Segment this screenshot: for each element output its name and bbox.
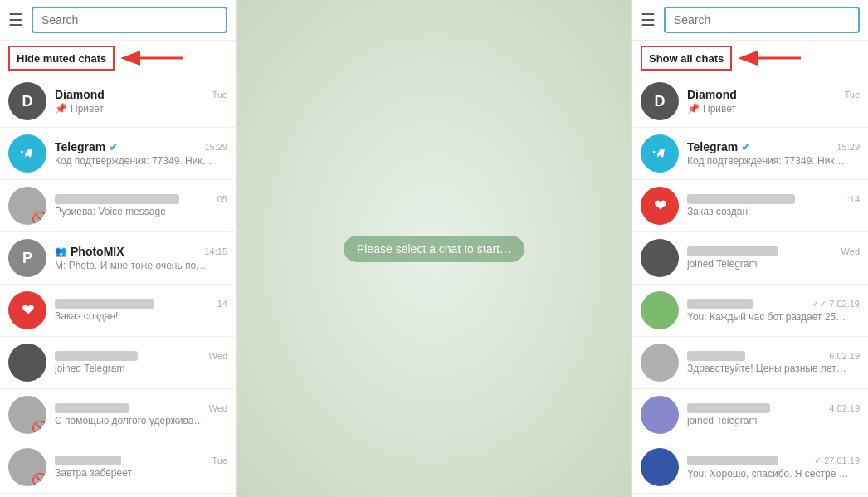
group-icon: 👥	[55, 246, 67, 257]
chat-time: 6.02.19	[829, 351, 860, 361]
right-panel: ☰ Show all chats DDiamondTue📌ПриветTeleg…	[631, 0, 868, 497]
red-arrow-right	[739, 48, 805, 68]
chat-time: Tue	[844, 90, 860, 100]
chat-name	[55, 299, 154, 309]
chat-info: DiamondTue📌Привет	[55, 88, 227, 115]
chat-name: Telegram ✔	[55, 140, 118, 153]
list-item[interactable]: WedС помощью долгого удержива…	[0, 389, 236, 441]
please-select-text: Please select a chat to start…	[344, 236, 524, 262]
list-item[interactable]: DDiamondTue📌Привет	[0, 76, 236, 128]
avatar	[641, 291, 679, 329]
chat-preview: joined Telegram	[687, 258, 860, 270]
preview-text: Завтра забереет	[55, 467, 132, 479]
preview-text: Код подтверждения: 77349. Ник…	[687, 155, 845, 167]
hamburger-icon-left[interactable]: ☰	[8, 10, 23, 30]
chat-info: Wedjoined Telegram	[55, 351, 227, 374]
preview-text: Привет	[703, 103, 736, 115]
filter-row-left: Hide muted chats	[0, 41, 236, 76]
chat-info: Telegram ✔15:29Код подтверждения: 77349.…	[687, 140, 860, 167]
avatar: ❤	[641, 187, 679, 225]
verified-icon: ✔	[109, 141, 118, 153]
list-item[interactable]: DDiamondTue📌Привет	[632, 76, 868, 128]
preview-text: joined Telegram	[687, 415, 758, 426]
list-item[interactable]: 4.02.19joined Telegram	[632, 389, 868, 441]
list-item[interactable]: ❤14Заказ создан!	[0, 285, 236, 337]
chat-info: Telegram ✔15:29Код подтверждения: 77349.…	[55, 140, 227, 167]
preview-text: Заказ создан!	[55, 310, 118, 322]
hamburger-icon-right[interactable]: ☰	[641, 10, 656, 30]
show-all-button[interactable]: Show all chats	[641, 46, 732, 71]
chat-preview: 📌Привет	[687, 103, 860, 115]
chat-info: DiamondTue📌Привет	[687, 88, 860, 115]
preview-text: Рузиева: Voice message	[55, 206, 166, 217]
list-item[interactable]: Wedjoined Telegram	[0, 337, 236, 389]
hide-muted-label: Hide muted chats	[17, 52, 106, 65]
list-item[interactable]: 6.02.19Здравствуйте! Цены разные лет…	[632, 337, 868, 389]
chat-preview: joined Telegram	[55, 363, 227, 374]
chat-name: Diamond	[55, 88, 105, 101]
chat-name	[687, 194, 795, 204]
chat-time: 15:29	[204, 142, 227, 152]
chat-name	[687, 246, 778, 256]
list-item[interactable]: P 👥PhotoMIX14:15M: Photo. И мне тоже оче…	[0, 232, 236, 285]
preview-text: Заказ создан!	[687, 206, 750, 217]
preview-text: joined Telegram	[55, 363, 125, 374]
avatar: ❤	[8, 291, 46, 329]
avatar: D	[8, 82, 46, 120]
list-item[interactable]: Telegram ✔15:29Код подтверждения: 77349.…	[0, 128, 236, 180]
chat-info: ✓✓ 7.02.19You: Каждый час бот раздает 25…	[687, 299, 860, 323]
chat-time: Wed	[209, 403, 227, 413]
preview-text: You: Каждый час бот раздает 25…	[687, 311, 846, 323]
avatar	[641, 134, 679, 173]
list-item[interactable]: Telegram ✔15:29Код подтверждения: 77349.…	[632, 128, 868, 180]
list-item[interactable]: ✓✓ 7.02.19You: Каждый час бот раздает 25…	[632, 285, 868, 337]
pin-icon: 📌	[55, 103, 67, 115]
chat-info: 4.02.19joined Telegram	[687, 403, 860, 426]
left-panel: ☰ Hide muted chats DDiamondTue📌ПриветTel…	[0, 0, 237, 497]
list-item[interactable]: Wedjoined Telegram	[632, 232, 868, 285]
chat-name	[55, 351, 138, 361]
filter-row-right: Show all chats	[632, 41, 868, 76]
chat-time: 14	[217, 299, 227, 309]
avatar: D	[641, 82, 679, 120]
preview-text: Здравствуйте! Цены разные лет…	[687, 363, 846, 374]
chat-info: 6.02.19Здравствуйте! Цены разные лет…	[687, 351, 860, 374]
chat-preview: Код подтверждения: 77349. Ник…	[55, 155, 227, 167]
chat-info: 05Рузиева: Voice message	[55, 194, 227, 217]
chat-info: WedС помощью долгого удержива…	[55, 403, 227, 426]
list-item[interactable]: TueЗавтра забереет	[0, 441, 236, 494]
avatar	[641, 396, 679, 434]
search-input-left[interactable]	[32, 7, 227, 33]
preview-text: Код подтверждения: 77349. Ник…	[55, 155, 212, 167]
chat-info: TueЗавтра забереет	[55, 456, 227, 479]
avatar	[8, 396, 46, 434]
chat-time: :14	[847, 194, 860, 204]
chat-name: 👥PhotoMIX	[55, 245, 124, 258]
avatar	[8, 134, 46, 173]
chat-preview: Заказ создан!	[687, 206, 860, 217]
verified-icon: ✔	[741, 141, 750, 153]
list-item[interactable]: ✓ 27.01.19You: Хорошо, спасибо. Я сестре…	[632, 441, 868, 494]
chat-name	[55, 403, 129, 413]
list-item[interactable]: 05Рузиева: Voice message	[0, 180, 236, 232]
chat-info: :14Заказ создан!	[687, 194, 860, 217]
chat-time: 05	[217, 194, 227, 204]
show-all-label: Show all chats	[649, 52, 724, 65]
chat-preview: joined Telegram	[687, 415, 860, 426]
chat-preview: С помощью долгого удержива…	[55, 415, 227, 426]
search-input-right[interactable]	[664, 7, 860, 33]
right-header: ☰	[632, 0, 868, 41]
chat-info: 👥PhotoMIX14:15M: Photo. И мне тоже очень…	[55, 245, 227, 271]
chat-time: ✓ 27.01.19	[814, 456, 860, 466]
avatar	[641, 344, 679, 382]
chat-time: 14:15	[204, 246, 227, 256]
hide-muted-button[interactable]: Hide muted chats	[8, 46, 115, 71]
chat-name	[687, 299, 753, 309]
list-item[interactable]: ❤:14Заказ создан!	[632, 180, 868, 232]
chat-time: 15:29	[836, 142, 860, 152]
avatar	[641, 239, 679, 277]
preview-text: joined Telegram	[687, 258, 758, 270]
preview-text: С помощью долгого удержива…	[55, 415, 203, 426]
chat-name	[687, 351, 745, 361]
chat-time: Wed	[841, 246, 860, 256]
